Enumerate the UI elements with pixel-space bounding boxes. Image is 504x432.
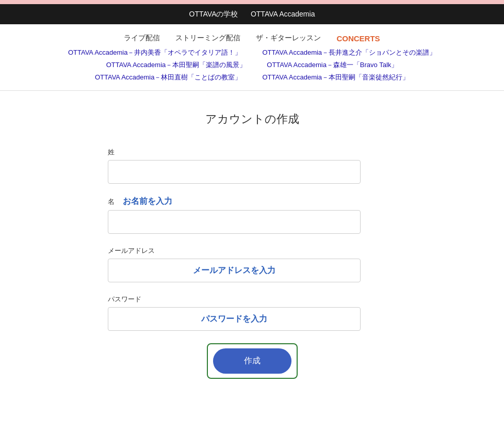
sub-nav-row-3: OTTAVA Accademia－林田直樹「ことばの教室」 OTTAVA Acc… [0, 73, 504, 82]
nav-link-concerts[interactable]: CONCERTS [336, 34, 380, 43]
nav-link-streaming[interactable]: ストリーミング配信 [175, 34, 240, 43]
password-label: パスワード [108, 295, 397, 304]
account-creation-form: 姓 名 お名前を入力 メールアドレス パスワード 作成 [108, 148, 397, 379]
header-link-accademia[interactable]: OTTAVA Accademia [251, 10, 315, 18]
first-name-label: 名 [108, 197, 115, 206]
email-input[interactable] [108, 259, 361, 282]
sub-nav-link-4[interactable]: OTTAVA Accademia－森雄一「Bravo Talk」 [267, 60, 398, 70]
submit-button[interactable]: 作成 [213, 348, 291, 374]
last-name-label: 姓 [108, 148, 397, 157]
top-decorative-bar [0, 0, 504, 4]
navigation-area: ライブ配信 ストリーミング配信 ザ・ギターレッスン CONCERTS OTTAV… [0, 24, 504, 91]
submit-area: 作成 [108, 343, 397, 379]
submit-wrapper: 作成 [207, 343, 298, 379]
last-name-input[interactable] [108, 160, 361, 184]
password-input[interactable] [108, 307, 361, 331]
first-name-label-row: 名 お名前を入力 [108, 196, 397, 207]
email-label: メールアドレス [108, 246, 397, 255]
main-content: アカウントの作成 姓 名 お名前を入力 メールアドレス パスワード [97, 91, 407, 399]
sub-nav-link-3[interactable]: OTTAVA Accademia－本田聖嗣「楽譜の風景」 [106, 60, 247, 70]
first-name-inline-placeholder: お名前を入力 [123, 196, 172, 207]
sub-nav-link-6[interactable]: OTTAVA Accademia－本田聖嗣「音楽徒然紀行」 [263, 73, 410, 82]
sub-nav-link-5[interactable]: OTTAVA Accademia－林田直樹「ことばの教室」 [95, 73, 242, 82]
sub-nav-row-1: OTTAVA Accademia－井内美香「オペラでイタリア語！」 OTTAVA… [0, 48, 504, 57]
nav-link-live[interactable]: ライブ配信 [124, 34, 160, 43]
header-link-school[interactable]: OTTAVAの学校 [189, 10, 238, 18]
page-title: アカウントの作成 [108, 111, 397, 127]
nav-link-guitar[interactable]: ザ・ギターレッスン [256, 34, 321, 43]
sub-nav-row-2: OTTAVA Accademia－本田聖嗣「楽譜の風景」 OTTAVA Acca… [0, 60, 504, 70]
last-name-group: 姓 [108, 148, 397, 184]
sub-nav-link-1[interactable]: OTTAVA Accademia－井内美香「オペラでイタリア語！」 [68, 48, 242, 57]
header-bar: OTTAVAの学校 OTTAVA Accademia [0, 4, 504, 24]
password-group: パスワード [108, 295, 397, 331]
email-group: メールアドレス [108, 246, 397, 282]
sub-nav-link-2[interactable]: OTTAVA Accademia－長井進之介「ショパンとその楽譜」 [263, 48, 436, 57]
first-name-group: 名 お名前を入力 [108, 196, 397, 234]
first-name-input[interactable] [108, 210, 361, 234]
main-nav-links: ライブ配信 ストリーミング配信 ザ・ギターレッスン CONCERTS [0, 29, 504, 43]
sub-nav-links: OTTAVA Accademia－井内美香「オペラでイタリア語！」 OTTAVA… [0, 48, 504, 82]
